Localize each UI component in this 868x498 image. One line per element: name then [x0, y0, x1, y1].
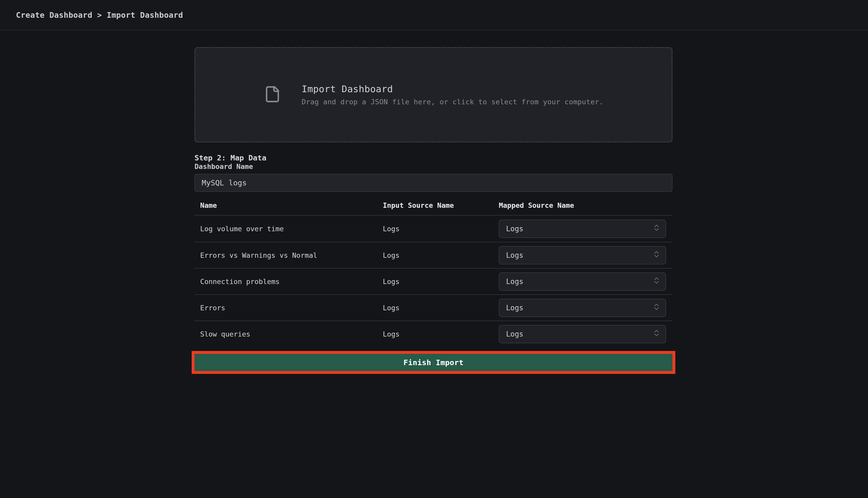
dropzone-text: Import Dashboard Drag and drop a JSON fi… — [302, 84, 603, 106]
mapped-source-select[interactable]: Logs — [499, 325, 666, 343]
topbar: Create Dashboard > Import Dashboard — [0, 0, 868, 30]
table-row: Connection problems Logs Logs — [194, 268, 673, 294]
chevrons-up-down-icon — [652, 328, 661, 340]
table-header-row: Name Input Source Name Mapped Source Nam… — [194, 192, 673, 215]
mapped-source-select[interactable]: Logs — [499, 246, 666, 264]
row-input-source: Logs — [383, 251, 499, 259]
finish-import-button[interactable]: Finish Import — [194, 354, 673, 371]
row-input-source: Logs — [383, 330, 499, 338]
mapped-source-value: Logs — [506, 330, 523, 338]
dashboard-name-input[interactable] — [194, 174, 673, 192]
chevrons-up-down-icon — [652, 250, 661, 261]
mapping-table: Name Input Source Name Mapped Source Nam… — [194, 192, 673, 347]
mapped-source-select[interactable]: Logs — [499, 299, 666, 317]
column-header-mapped-source: Mapped Source Name — [499, 201, 673, 209]
file-icon — [264, 83, 281, 106]
dropzone-subtitle: Drag and drop a JSON file here, or click… — [302, 98, 603, 106]
row-input-source: Logs — [383, 278, 499, 286]
row-name: Connection problems — [194, 278, 383, 286]
mapped-source-value: Logs — [506, 251, 523, 260]
chevrons-up-down-icon — [652, 276, 661, 287]
dropzone-title: Import Dashboard — [302, 84, 603, 94]
mapped-source-value: Logs — [506, 224, 523, 233]
dashboard-name-label: Dashboard Name — [194, 162, 253, 170]
chevrons-up-down-icon — [652, 223, 661, 235]
json-dropzone[interactable]: Import Dashboard Drag and drop a JSON fi… — [194, 47, 673, 142]
column-header-name: Name — [194, 201, 383, 209]
row-name: Slow queries — [194, 330, 383, 338]
table-row: Slow queries Logs Logs — [194, 320, 673, 347]
row-input-source: Logs — [383, 225, 499, 233]
step-label: Step 2: Map Data — [194, 153, 673, 162]
chevrons-up-down-icon — [652, 302, 661, 314]
table-row: Errors Logs Logs — [194, 294, 673, 320]
import-dashboard-page: Import Dashboard Drag and drop a JSON fi… — [194, 47, 673, 371]
row-input-source: Logs — [383, 304, 499, 312]
mapped-source-select[interactable]: Logs — [499, 220, 666, 238]
row-name: Log volume over time — [194, 225, 383, 233]
table-row: Log volume over time Logs Logs — [194, 215, 673, 242]
mapped-source-value: Logs — [506, 277, 523, 286]
column-header-input-source: Input Source Name — [383, 201, 499, 209]
breadcrumb: Create Dashboard > Import Dashboard — [16, 11, 183, 19]
row-name: Errors — [194, 304, 383, 312]
row-name: Errors vs Warnings vs Normal — [194, 251, 383, 259]
mapped-source-value: Logs — [506, 304, 523, 312]
table-row: Errors vs Warnings vs Normal Logs Logs — [194, 242, 673, 268]
mapped-source-select[interactable]: Logs — [499, 273, 666, 291]
